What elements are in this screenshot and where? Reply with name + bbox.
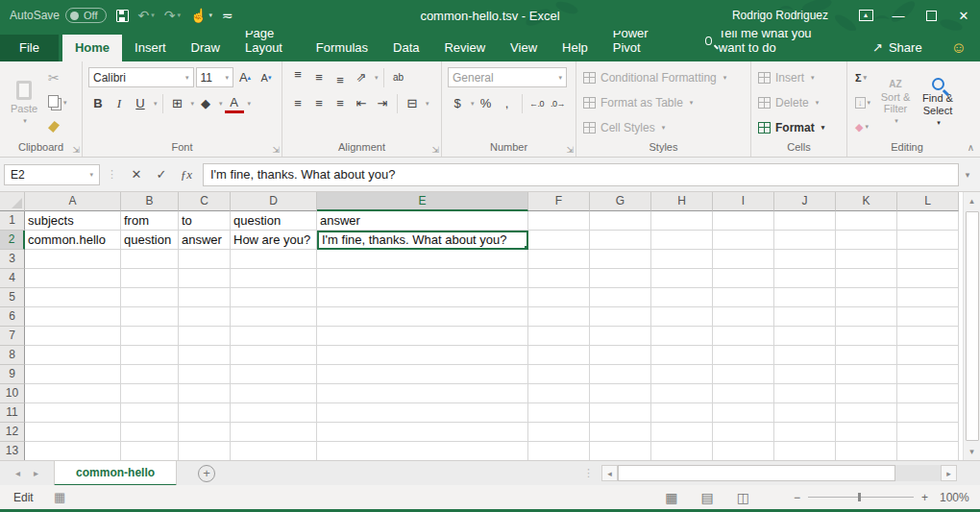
cell-B9[interactable] — [121, 365, 179, 384]
cell-F13[interactable] — [528, 442, 590, 460]
cell-E5[interactable] — [317, 288, 528, 307]
cell-B12[interactable] — [121, 423, 179, 442]
cell-F6[interactable] — [528, 307, 590, 327]
cell-J13[interactable] — [774, 442, 836, 460]
cell-A5[interactable] — [25, 288, 121, 307]
cell-K13[interactable] — [836, 442, 897, 460]
cell-G5[interactable] — [590, 288, 651, 307]
currency-button[interactable]: $ — [448, 93, 467, 113]
new-sheet-button[interactable]: + — [198, 465, 215, 482]
tab-draw[interactable]: Draw — [179, 35, 233, 61]
cell-H9[interactable] — [651, 365, 713, 384]
cell-G3[interactable] — [590, 250, 651, 269]
name-box[interactable]: E2 ▾ — [4, 164, 100, 185]
cell-G11[interactable] — [590, 403, 651, 423]
cell-A2[interactable]: common.hello — [25, 231, 121, 250]
scroll-right-icon[interactable]: ▸ — [941, 465, 957, 481]
page-layout-view-icon[interactable]: ▤ — [701, 490, 714, 505]
borders-button[interactable]: ⊞ — [168, 93, 187, 113]
underline-dropdown-icon[interactable]: ▾ — [154, 100, 158, 108]
cell-A6[interactable] — [25, 307, 121, 327]
cancel-entry-button[interactable]: ✕ — [124, 163, 149, 186]
format-as-table-button[interactable]: Format as Table▾ — [580, 92, 747, 112]
cell-C6[interactable] — [179, 307, 231, 327]
delete-cells-button[interactable]: Delete▾ — [755, 92, 843, 112]
cell-C4[interactable] — [179, 269, 231, 288]
number-dialog-launcher-icon[interactable]: ⇲ — [566, 145, 574, 155]
cell-F11[interactable] — [528, 403, 590, 423]
tab-review[interactable]: Review — [431, 35, 498, 61]
row-header-7[interactable]: 7 — [0, 327, 25, 346]
cell-D12[interactable] — [231, 423, 317, 442]
cell-L13[interactable] — [897, 442, 959, 460]
cell-F1[interactable] — [528, 211, 590, 231]
insert-function-button[interactable]: ƒx — [174, 163, 199, 186]
cell-L5[interactable] — [897, 288, 959, 307]
cell-J8[interactable] — [774, 346, 836, 365]
scroll-up-icon[interactable]: ▴ — [964, 192, 980, 209]
vertical-scrollbar[interactable]: ▴ ▾ — [963, 192, 980, 460]
column-header-J[interactable]: J — [774, 192, 836, 211]
font-dialog-launcher-icon[interactable]: ⇲ — [272, 145, 280, 155]
cell-K2[interactable] — [836, 231, 897, 250]
tab-home[interactable]: Home — [62, 35, 122, 61]
cell-I9[interactable] — [713, 365, 774, 384]
cell-L7[interactable] — [897, 327, 959, 346]
cell-L10[interactable] — [897, 384, 959, 403]
cell-L8[interactable] — [897, 346, 959, 365]
cell-D13[interactable] — [231, 442, 317, 460]
cell-I2[interactable] — [713, 231, 774, 250]
cell-D8[interactable] — [231, 346, 317, 365]
cell-D3[interactable] — [231, 250, 317, 269]
row-header-8[interactable]: 8 — [0, 346, 25, 365]
cell-L6[interactable] — [897, 307, 959, 327]
column-header-G[interactable]: G — [590, 192, 651, 211]
cell-G12[interactable] — [590, 423, 651, 442]
collapse-ribbon-icon[interactable]: ∧ — [968, 142, 974, 153]
touch-mode-dropdown-icon[interactable]: ▾ — [209, 12, 213, 19]
tab-formulas[interactable]: Formulas — [304, 35, 380, 61]
align-top-button[interactable]: ≡ — [288, 67, 307, 87]
cell-C12[interactable] — [179, 423, 231, 442]
cell-C7[interactable] — [179, 327, 231, 346]
cell-G7[interactable] — [590, 327, 651, 346]
format-painter-button[interactable] — [46, 117, 69, 136]
feedback-smiley-icon[interactable]: ☺ — [951, 40, 967, 61]
cell-L3[interactable] — [897, 250, 959, 269]
zoom-out-icon[interactable]: − — [794, 491, 800, 504]
cell-J2[interactable] — [774, 231, 836, 250]
cell-B2[interactable]: question — [121, 231, 179, 250]
cell-J7[interactable] — [774, 327, 836, 346]
cell-I13[interactable] — [713, 442, 774, 460]
cell-G4[interactable] — [590, 269, 651, 288]
cell-A8[interactable] — [25, 346, 121, 365]
sheet-tab-common-hello[interactable]: common-hello — [54, 461, 177, 486]
cell-G2[interactable] — [590, 231, 651, 250]
clear-button[interactable]: ◆▾ — [853, 117, 872, 136]
cell-K9[interactable] — [836, 365, 897, 384]
cell-D6[interactable] — [231, 307, 317, 327]
cell-F2[interactable] — [528, 231, 590, 250]
column-header-B[interactable]: B — [121, 192, 179, 211]
cell-H12[interactable] — [651, 423, 713, 442]
cell-F5[interactable] — [528, 288, 590, 307]
cell-E2[interactable]: I'm fine, thanks. What about you? — [317, 231, 528, 250]
row-header-12[interactable]: 12 — [0, 423, 25, 442]
cell-E12[interactable] — [317, 423, 528, 442]
cell-D2[interactable]: How are you? — [231, 231, 317, 250]
cell-K7[interactable] — [836, 327, 897, 346]
find-select-button[interactable]: Find & Select ▾ — [917, 64, 959, 140]
cell-E6[interactable] — [317, 307, 528, 327]
cell-B7[interactable] — [121, 327, 179, 346]
tab-insert[interactable]: Insert — [122, 35, 179, 61]
row-header-4[interactable]: 4 — [0, 269, 25, 288]
expand-formula-bar-icon[interactable]: ▾ — [959, 170, 976, 180]
cell-J5[interactable] — [774, 288, 836, 307]
page-break-view-icon[interactable]: ◫ — [737, 490, 749, 505]
tab-file[interactable]: File — [0, 35, 59, 61]
fill-handle[interactable] — [524, 245, 528, 250]
cell-E1[interactable]: answer — [317, 211, 528, 231]
tab-help[interactable]: Help — [550, 35, 600, 61]
cell-H8[interactable] — [651, 346, 713, 365]
cell-E10[interactable] — [317, 384, 528, 403]
